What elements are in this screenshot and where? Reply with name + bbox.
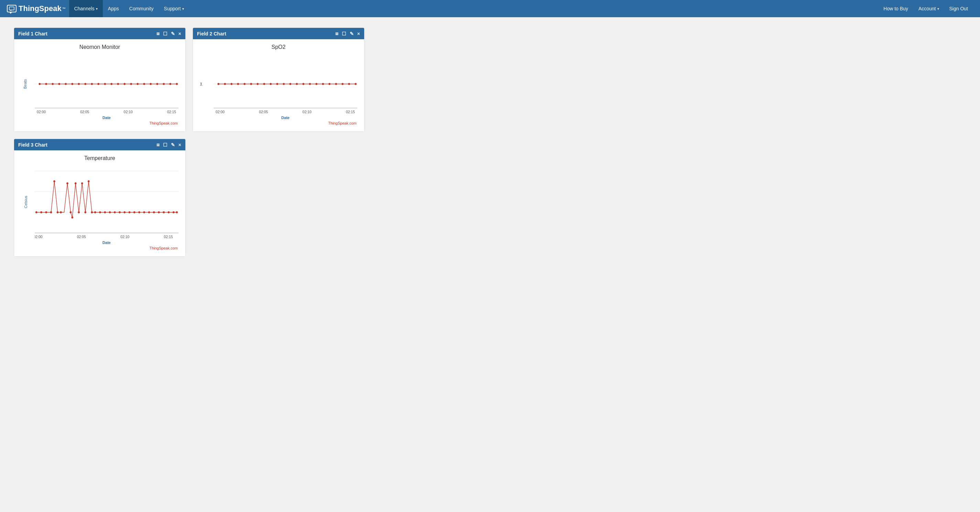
svg-point-79 xyxy=(57,211,59,213)
svg-text:02:05: 02:05 xyxy=(259,110,268,114)
charts-row-1: Field 1 Chart ⧆ ☐ ✎ × Neomon Monitor Bea… xyxy=(14,27,966,132)
field1-header: Field 1 Chart ⧆ ☐ ✎ × xyxy=(14,28,185,39)
svg-point-82 xyxy=(70,211,72,213)
svg-point-104 xyxy=(163,211,165,213)
svg-point-28 xyxy=(163,83,165,85)
svg-point-39 xyxy=(217,83,220,85)
field3-icons: ⧆ ☐ ✎ × xyxy=(156,142,181,148)
svg-point-57 xyxy=(335,83,337,85)
svg-point-76 xyxy=(45,211,47,213)
svg-point-89 xyxy=(91,211,93,213)
nav-support[interactable]: Support ▾ xyxy=(159,0,189,17)
svg-point-12 xyxy=(58,83,60,85)
navbar: ThingSpeak™ Channels ▾ Apps Community Su… xyxy=(0,0,980,17)
svg-point-56 xyxy=(328,83,331,85)
svg-text:02:10: 02:10 xyxy=(120,234,129,239)
field2-chart-area: ✂ 0 02:00 02:05 02:10 02:15 xyxy=(213,53,357,115)
svg-text:02:00: 02:00 xyxy=(216,110,224,114)
field1-y-label: Beats xyxy=(23,79,27,89)
svg-point-100 xyxy=(143,211,145,213)
svg-point-107 xyxy=(176,211,178,213)
svg-point-52 xyxy=(302,83,304,85)
svg-point-22 xyxy=(123,83,126,85)
field2-chart-title: SpO2 xyxy=(196,44,361,50)
svg-point-87 xyxy=(84,211,86,213)
channels-caret: ▾ xyxy=(96,7,98,11)
field3-chart-title: Temperature xyxy=(18,155,182,161)
nav-apps[interactable]: Apps xyxy=(103,0,124,17)
svg-point-9 xyxy=(38,83,41,85)
svg-point-29 xyxy=(169,83,171,85)
field2-footer: ThingSpeak.com xyxy=(196,120,361,128)
field2-svg: 0 02:00 02:05 02:10 02:15 xyxy=(213,53,357,115)
field1-widget: Field 1 Chart ⧆ ☐ ✎ × Neomon Monitor Bea… xyxy=(14,27,186,132)
main-content: Field 1 Chart ⧆ ☐ ✎ × Neomon Monitor Bea… xyxy=(0,17,980,267)
nav-account[interactable]: Account ▾ xyxy=(913,0,944,17)
svg-point-85 xyxy=(78,211,80,213)
nav-how-to-buy[interactable]: How to Buy xyxy=(878,0,913,17)
field2-body: SpO2 ✂ 0 02:00 02:05 02:10 02:15 xyxy=(193,39,364,131)
svg-point-101 xyxy=(148,211,150,213)
field2-external-icon[interactable]: ⧆ xyxy=(335,30,338,37)
svg-point-24 xyxy=(137,83,138,85)
svg-point-106 xyxy=(173,211,175,213)
svg-point-30 xyxy=(176,83,178,85)
svg-point-27 xyxy=(156,83,158,85)
svg-text:02:15: 02:15 xyxy=(346,110,355,114)
field2-x-label: Date xyxy=(210,116,361,120)
svg-point-88 xyxy=(88,180,90,182)
nav-channels[interactable]: Channels ▾ xyxy=(69,0,103,17)
svg-point-55 xyxy=(322,83,324,85)
brand-icon xyxy=(7,5,16,13)
svg-point-86 xyxy=(81,182,83,184)
svg-text:02:10: 02:10 xyxy=(124,110,133,114)
nav-links-right: How to Buy Account ▾ Sign Out xyxy=(878,0,973,17)
field3-external-icon[interactable]: ⧆ xyxy=(156,142,159,148)
field1-close-icon[interactable]: × xyxy=(178,31,181,37)
field1-svg: 0 02:00 02:05 02:10 02:15 xyxy=(35,53,178,115)
field3-x-label: Date xyxy=(31,241,182,245)
field2-comment-icon[interactable]: ☐ xyxy=(342,31,346,37)
svg-text:02:00: 02:00 xyxy=(35,234,43,239)
nav-community[interactable]: Community xyxy=(124,0,159,17)
field1-x-label: Date xyxy=(31,116,182,120)
svg-point-40 xyxy=(224,83,226,85)
svg-point-42 xyxy=(237,83,239,85)
field1-footer: ThingSpeak.com xyxy=(18,120,182,128)
svg-text:02:15: 02:15 xyxy=(164,234,173,239)
svg-point-103 xyxy=(158,211,160,213)
field2-edit-icon[interactable]: ✎ xyxy=(350,31,354,37)
field3-chart-area: Celsius 6 4 2 0 xyxy=(35,164,178,240)
field3-close-icon[interactable]: × xyxy=(178,142,181,148)
field3-widget: Field 3 Chart ⧆ ☐ ✎ × Temperature Celsiu… xyxy=(14,139,186,257)
svg-point-59 xyxy=(348,83,350,85)
svg-point-26 xyxy=(150,83,152,85)
field2-y-label: ✂ xyxy=(199,82,204,86)
field3-edit-icon[interactable]: ✎ xyxy=(171,142,175,148)
field2-close-icon[interactable]: × xyxy=(357,31,360,37)
field2-icons: ⧆ ☐ ✎ × xyxy=(335,30,360,37)
field3-title: Field 3 Chart xyxy=(18,142,156,148)
svg-point-48 xyxy=(276,83,278,85)
svg-point-15 xyxy=(78,83,80,85)
svg-point-19 xyxy=(104,83,106,85)
svg-point-14 xyxy=(71,83,73,85)
svg-point-93 xyxy=(109,211,111,213)
support-caret: ▾ xyxy=(182,7,184,11)
field3-comment-icon[interactable]: ☐ xyxy=(163,142,167,148)
svg-point-18 xyxy=(97,83,99,85)
field1-edit-icon[interactable]: ✎ xyxy=(171,31,175,37)
field1-title: Field 1 Chart xyxy=(18,31,156,37)
nav-sign-out[interactable]: Sign Out xyxy=(944,0,973,17)
field1-body: Neomon Monitor Beats 0 02:00 02:05 02:10… xyxy=(14,39,185,131)
svg-point-84 xyxy=(75,182,77,184)
field1-comment-icon[interactable]: ☐ xyxy=(163,31,167,37)
field1-icons: ⧆ ☐ ✎ × xyxy=(156,30,181,37)
svg-point-94 xyxy=(114,211,116,213)
svg-point-60 xyxy=(355,83,356,85)
field1-chart-title: Neomon Monitor xyxy=(18,44,182,50)
brand-name: ThingSpeak xyxy=(19,4,62,13)
field3-footer: ThingSpeak.com xyxy=(18,245,182,253)
field3-svg: 6 4 2 0 02:00 02:05 02:10 02:15 xyxy=(35,164,178,240)
field1-external-icon[interactable]: ⧆ xyxy=(156,30,159,37)
